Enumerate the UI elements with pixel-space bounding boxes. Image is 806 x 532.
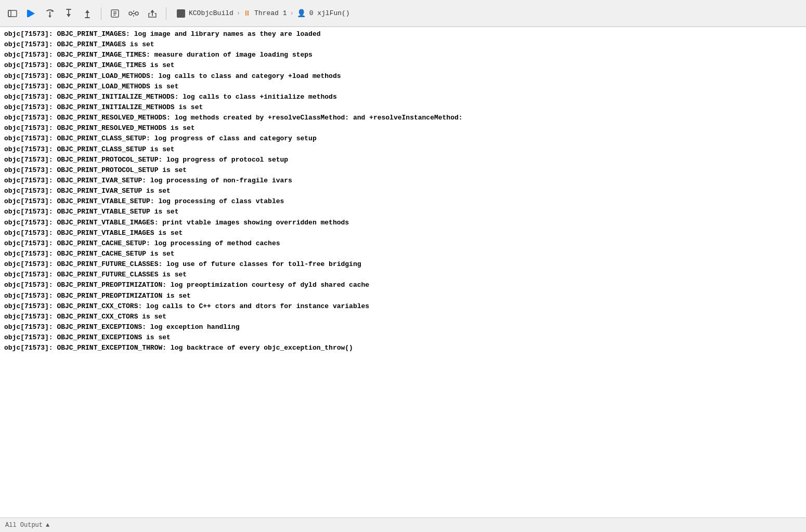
svg-marker-6 xyxy=(48,16,51,18)
console-line: objc[71573]: OBJC_PRINT_PROTOCOL_SETUP i… xyxy=(4,165,802,176)
status-bar: All Output ▲ xyxy=(0,517,806,532)
step-over-button[interactable] xyxy=(43,6,57,21)
console-line: objc[71573]: OBJC_PRINT_PROTOCOL_SETUP: … xyxy=(4,155,802,165)
console-line: objc[71573]: OBJC_PRINT_CLASS_SETUP is s… xyxy=(4,144,802,155)
breadcrumb-thread[interactable]: ⏸ Thread 1 xyxy=(243,9,287,18)
debug-workflow-button[interactable] xyxy=(126,6,141,21)
hide-panel-button[interactable] xyxy=(5,6,20,21)
breadcrumb-sep-2: › xyxy=(290,10,293,17)
continue-button[interactable] xyxy=(24,6,38,21)
console-line: objc[71573]: OBJC_PRINT_INITIALIZE_METHO… xyxy=(4,92,802,102)
svg-point-17 xyxy=(129,12,132,15)
svg-marker-2 xyxy=(29,10,35,17)
console-line: objc[71573]: OBJC_PRINT_VTABLE_IMAGES is… xyxy=(4,228,802,238)
console-line: objc[71573]: OBJC_PRINT_RESOLVED_METHODS… xyxy=(4,113,802,123)
breadcrumb-func[interactable]: 👤 0 xjlFun() xyxy=(297,9,350,18)
console-line: objc[71573]: OBJC_PRINT_IMAGE_TIMES is s… xyxy=(4,60,802,71)
build-icon xyxy=(177,9,185,18)
console-line: objc[71573]: OBJC_PRINT_CLASS_SETUP: log… xyxy=(4,134,802,144)
status-icon[interactable]: ▲ xyxy=(46,522,49,529)
console-line: objc[71573]: OBJC_PRINT_VTABLE_SETUP: lo… xyxy=(4,196,802,207)
console-line: objc[71573]: OBJC_PRINT_LOAD_METHODS is … xyxy=(4,82,802,92)
svg-marker-11 xyxy=(85,10,89,13)
console-line: objc[71573]: OBJC_PRINT_EXCEPTIONS is se… xyxy=(4,332,802,343)
console-line: objc[71573]: OBJC_PRINT_VTABLE_SETUP is … xyxy=(4,207,802,217)
console-line: objc[71573]: OBJC_PRINT_CXX_CTORS: log c… xyxy=(4,301,802,312)
breadcrumb-build-label: KCObjcBuild xyxy=(189,9,233,17)
console-line: objc[71573]: OBJC_PRINT_CACHE_SETUP is s… xyxy=(4,249,802,259)
breakpoints-button[interactable] xyxy=(108,6,122,21)
console-line: objc[71573]: OBJC_PRINT_FUTURE_CLASSES: … xyxy=(4,259,802,270)
thread-icon: ⏸ xyxy=(243,9,251,18)
breadcrumb-build[interactable]: KCObjcBuild xyxy=(177,9,233,18)
svg-marker-23 xyxy=(150,10,154,12)
console-output: objc[71573]: OBJC_PRINT_IMAGES: log imag… xyxy=(0,27,806,517)
console-line: objc[71573]: OBJC_PRINT_IMAGES is set xyxy=(4,39,802,50)
console-line: objc[71573]: OBJC_PRINT_EXCEPTIONS: log … xyxy=(4,322,802,332)
console-line: objc[71573]: OBJC_PRINT_PREOPTIMIZATION … xyxy=(4,291,802,301)
console-line: objc[71573]: OBJC_PRINT_INITIALIZE_METHO… xyxy=(4,102,802,113)
step-out-button[interactable] xyxy=(80,6,95,21)
breadcrumb-sep-1: › xyxy=(237,10,240,17)
console-line: objc[71573]: OBJC_PRINT_RESOLVED_METHODS… xyxy=(4,123,802,134)
console-line: objc[71573]: OBJC_PRINT_IVAR_SETUP is se… xyxy=(4,186,802,196)
svg-marker-8 xyxy=(67,14,71,17)
breadcrumb-thread-label: Thread 1 xyxy=(254,9,287,17)
svg-rect-0 xyxy=(8,10,17,17)
console-line: objc[71573]: OBJC_PRINT_CXX_CTORS is set xyxy=(4,312,802,322)
toolbar: KCObjcBuild › ⏸ Thread 1 › 👤 0 xjlFun() xyxy=(0,0,806,27)
console-line: objc[71573]: OBJC_PRINT_CACHE_SETUP: log… xyxy=(4,238,802,249)
console-line: objc[71573]: OBJC_PRINT_VTABLE_IMAGES: p… xyxy=(4,218,802,228)
step-into-button[interactable] xyxy=(61,6,76,21)
breadcrumb-func-label: 0 xjlFun() xyxy=(309,9,350,17)
breadcrumb: KCObjcBuild › ⏸ Thread 1 › 👤 0 xjlFun() xyxy=(177,9,350,18)
func-icon: 👤 xyxy=(297,9,306,18)
console-line: objc[71573]: OBJC_PRINT_IMAGE_TIMES: mea… xyxy=(4,50,802,60)
separator-1 xyxy=(101,7,101,20)
separator-2 xyxy=(166,7,166,20)
svg-point-18 xyxy=(135,12,138,15)
console-line: objc[71573]: OBJC_PRINT_EXCEPTION_THROW:… xyxy=(4,343,802,353)
console-line: objc[71573]: OBJC_PRINT_IMAGES: log imag… xyxy=(4,29,802,39)
console-line: objc[71573]: OBJC_PRINT_FUTURE_CLASSES i… xyxy=(4,270,802,280)
console-line: objc[71573]: OBJC_PRINT_LOAD_METHODS: lo… xyxy=(4,71,802,82)
svg-rect-1 xyxy=(8,10,11,17)
status-label: All Output xyxy=(5,522,43,529)
svg-rect-3 xyxy=(27,10,29,17)
share-button[interactable] xyxy=(145,6,160,21)
console-line: objc[71573]: OBJC_PRINT_IVAR_SETUP: log … xyxy=(4,176,802,186)
console-line: objc[71573]: OBJC_PRINT_PREOPTIMIZATION:… xyxy=(4,280,802,290)
